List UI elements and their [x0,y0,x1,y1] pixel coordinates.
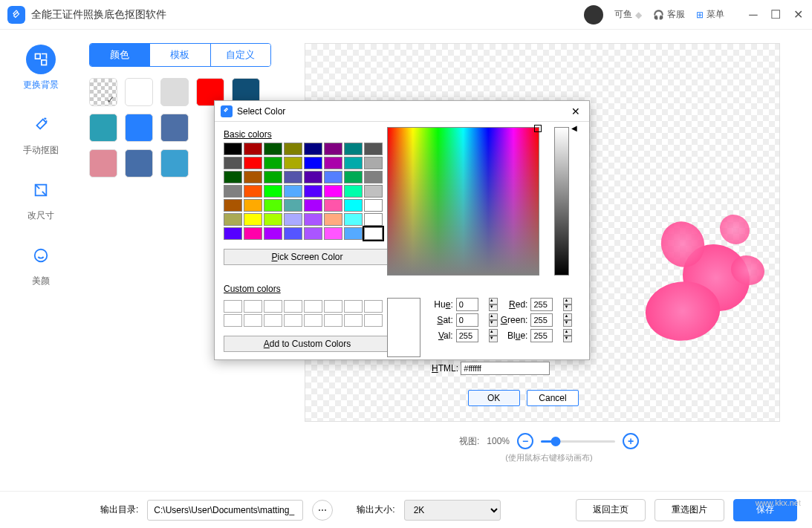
basic-swatch[interactable] [304,185,322,198]
sidebar-item-beauty[interactable]: 美颜 [26,241,56,287]
basic-swatch[interactable] [244,199,262,212]
basic-swatch[interactable] [344,199,363,212]
basic-swatch[interactable] [364,185,383,198]
support-item[interactable]: 🎧 客服 [653,8,685,21]
basic-swatch[interactable] [224,227,242,240]
basic-swatch[interactable] [324,185,342,198]
custom-swatch[interactable] [304,300,322,313]
sat-down[interactable]: ▼ [489,320,498,327]
back-home-button[interactable]: 返回主页 [576,499,646,521]
basic-swatch[interactable] [224,199,242,212]
basic-swatch[interactable] [284,199,302,212]
output-size-select[interactable]: 2K [404,500,501,521]
reselect-image-button[interactable]: 重选图片 [655,499,724,521]
basic-swatch[interactable] [344,185,363,198]
basic-swatch[interactable] [344,213,363,226]
basic-swatch[interactable] [324,213,342,226]
basic-swatch[interactable] [304,227,322,240]
basic-swatch[interactable] [344,227,363,240]
swatch-gray[interactable] [160,78,189,106]
basic-swatch[interactable] [264,199,282,212]
basic-swatch[interactable] [304,199,322,212]
close-button[interactable]: ✕ [791,8,805,22]
basic-swatch[interactable] [244,171,262,183]
basic-swatch[interactable] [324,199,342,212]
basic-swatch[interactable] [264,143,282,155]
pick-screen-color-button[interactable]: Pick Screen Color [224,249,391,265]
basic-swatch[interactable] [344,157,363,169]
minimize-button[interactable]: ─ [747,8,760,22]
green-input[interactable] [530,313,553,327]
basic-swatch[interactable] [284,171,302,183]
basic-swatch[interactable] [324,157,342,169]
basic-swatch[interactable] [304,171,322,183]
hue-up[interactable]: ▲ [489,298,498,304]
basic-swatch[interactable] [244,157,262,169]
swatch-teal[interactable] [89,114,117,142]
basic-swatch[interactable] [304,143,322,155]
basic-swatch[interactable] [364,171,383,183]
basic-swatch[interactable] [264,213,282,226]
basic-swatch[interactable] [284,185,302,198]
basic-swatch[interactable] [364,227,383,240]
tab-color[interactable]: 颜色 [90,44,149,66]
swatch-transparent[interactable] [89,78,117,106]
sat-up[interactable]: ▲ [489,313,498,320]
red-up[interactable]: ▲ [563,298,572,304]
blue-down[interactable]: ▼ [563,336,572,342]
custom-swatch[interactable] [224,314,242,327]
custom-swatch[interactable] [264,314,282,327]
basic-swatch[interactable] [224,143,242,155]
custom-swatch[interactable] [364,300,383,313]
val-down[interactable]: ▼ [489,336,498,342]
basic-swatch[interactable] [344,171,363,183]
basic-swatch[interactable] [284,213,302,226]
basic-swatch[interactable] [224,213,242,226]
basic-swatch[interactable] [224,157,242,169]
basic-swatch[interactable] [264,185,282,198]
dialog-close-button[interactable]: ✕ [568,105,583,117]
custom-swatch[interactable] [264,300,282,313]
custom-swatch[interactable] [284,314,302,327]
basic-swatch[interactable] [324,227,342,240]
tab-template[interactable]: 模板 [149,44,210,66]
basic-swatch[interactable] [344,143,363,155]
basic-swatch[interactable] [264,227,282,240]
zoom-out-button[interactable]: − [517,433,533,449]
output-dir-input[interactable] [147,500,303,521]
zoom-in-button[interactable]: + [623,433,639,449]
sidebar-item-resize[interactable]: 改尺寸 [26,175,56,222]
basic-swatch[interactable] [224,185,242,198]
basic-swatch[interactable] [304,213,322,226]
add-custom-color-button[interactable]: Add to Custom Colors [224,336,391,352]
menu-item[interactable]: ⊞ 菜单 [696,8,724,21]
green-up[interactable]: ▲ [563,313,572,320]
red-down[interactable]: ▼ [563,304,572,311]
basic-swatch[interactable] [264,171,282,183]
basic-swatch[interactable] [244,213,262,226]
custom-swatch[interactable] [344,314,363,327]
swatch-white[interactable] [125,78,153,106]
green-down[interactable]: ▼ [563,320,572,327]
sidebar-item-change-bg[interactable]: 更换背景 [23,45,59,91]
color-gradient[interactable] [387,127,539,276]
basic-swatch[interactable] [244,143,262,155]
maximize-button[interactable]: ☐ [769,8,782,22]
zoom-slider[interactable] [541,440,615,443]
swatch-blue[interactable] [125,114,153,142]
ok-button[interactable]: OK [468,390,520,406]
value-slider[interactable] [554,127,569,276]
basic-swatch[interactable] [364,157,383,169]
basic-swatch[interactable] [364,143,383,155]
hue-down[interactable]: ▼ [489,304,498,311]
val-input[interactable] [456,329,478,342]
user-avatar[interactable] [584,5,603,25]
basic-swatch[interactable] [304,157,322,169]
basic-swatch[interactable] [224,171,242,183]
basic-swatch[interactable] [284,157,302,169]
custom-swatch[interactable] [324,314,342,327]
basic-swatch[interactable] [324,143,342,155]
basic-swatch[interactable] [244,185,262,198]
basic-swatch[interactable] [284,143,302,155]
html-input[interactable] [461,362,550,375]
